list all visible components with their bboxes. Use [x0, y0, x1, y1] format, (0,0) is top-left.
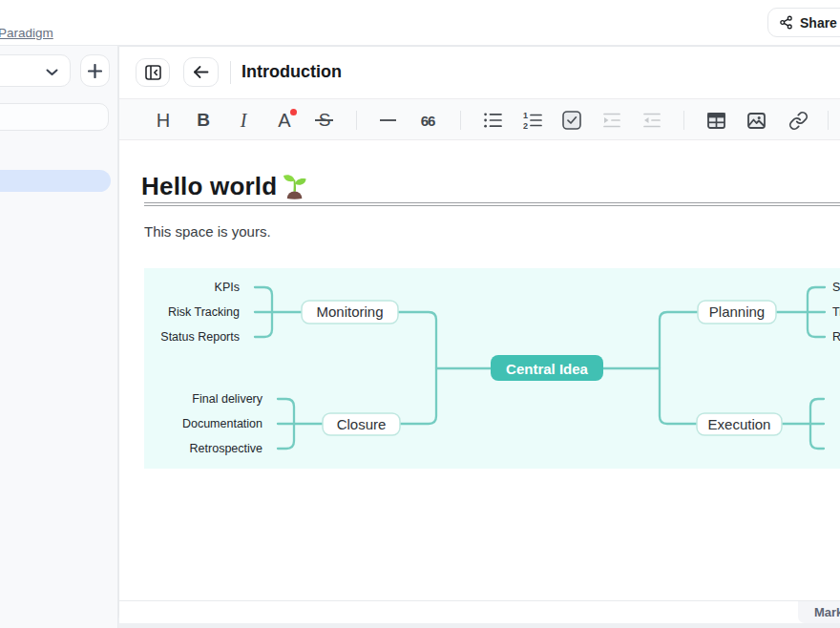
svg-text:Documentation: Documentation — [182, 417, 262, 430]
svg-text:Planning: Planning — [709, 304, 765, 320]
svg-text:Monitoring: Monitoring — [316, 304, 383, 320]
svg-text:Timeline: Timeline — [832, 305, 840, 319]
svg-text:Risk Tracking: Risk Tracking — [168, 305, 240, 319]
svg-text:Final delivery: Final delivery — [192, 392, 262, 406]
svg-text:Execution: Execution — [708, 416, 771, 432]
svg-text:Scope: Scope — [832, 281, 840, 294]
svg-text:Central Idea: Central Idea — [506, 361, 589, 377]
svg-text:Status Reports: Status Reports — [160, 330, 240, 344]
svg-text:1: 1 — [523, 112, 528, 120]
svg-text:2: 2 — [523, 121, 528, 130]
svg-text:KPIs: KPIs — [215, 281, 240, 294]
svg-text:Closure: Closure — [337, 416, 387, 432]
svg-text:Retrospective: Retrospective — [190, 442, 262, 455]
svg-text:Resources: Resources — [832, 330, 840, 344]
